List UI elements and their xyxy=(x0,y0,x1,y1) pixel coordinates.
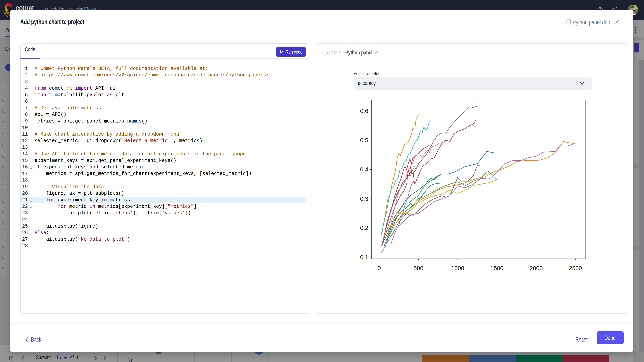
svg-text:1000: 1000 xyxy=(451,265,464,271)
svg-text:0.1: 0.1 xyxy=(360,254,368,260)
svg-text:0.6: 0.6 xyxy=(360,108,368,114)
svg-text:0.4: 0.4 xyxy=(360,166,368,173)
svg-text:0.5: 0.5 xyxy=(360,137,368,143)
svg-text:0: 0 xyxy=(378,265,381,271)
svg-text:2000: 2000 xyxy=(530,265,543,271)
svg-text:1500: 1500 xyxy=(490,265,504,271)
svg-text:500: 500 xyxy=(414,265,423,271)
svg-text:0.3: 0.3 xyxy=(360,195,368,202)
svg-text:0.2: 0.2 xyxy=(360,225,368,231)
svg-text:2500: 2500 xyxy=(569,265,582,271)
